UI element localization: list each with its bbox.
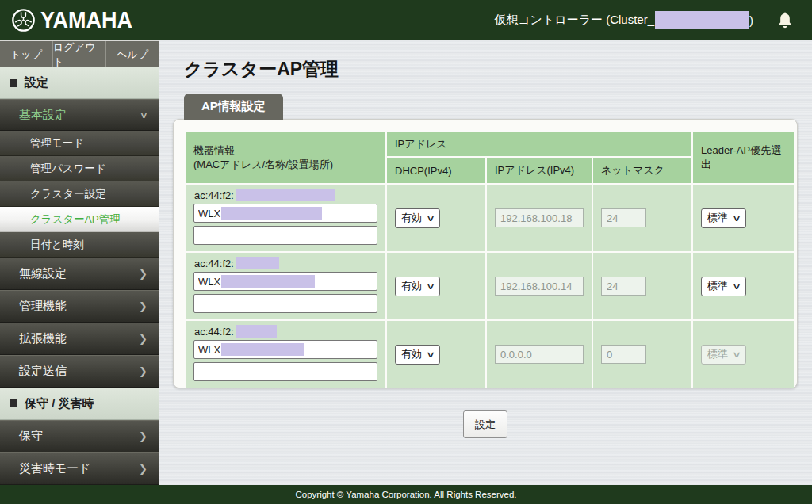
- ap-location-input[interactable]: [193, 362, 377, 381]
- controller-label-suffix: ): [749, 13, 753, 27]
- top-bar: YAMAHA 仮想コントローラー (Cluster_): [0, 0, 812, 40]
- col-header-ip: IPアドレス(IPv4): [487, 158, 592, 183]
- netmask-cell: [593, 321, 691, 388]
- main-content: クラスターAP管理 AP情報設定 機器情報 (MACアドレス/名称/設置場所) …: [159, 40, 812, 485]
- sidebar-item-date-time[interactable]: 日付と時刻: [0, 232, 159, 258]
- dhcp-cell: 有効 ∨: [387, 185, 485, 251]
- chevron-right-icon: ❯: [139, 333, 147, 345]
- sidebar-item-management-functions[interactable]: 管理機能 ❯: [0, 290, 159, 323]
- select-arrow-icon: ∨: [426, 349, 435, 360]
- controller-label: 仮想コントローラー (Cluster_: [494, 13, 654, 28]
- chevron-right-icon: ❯: [139, 463, 147, 475]
- mac-address: ac:44:f2:: [194, 257, 377, 269]
- ap-settings-panel: 機器情報 (MACアドレス/名称/設置場所) IPアドレス Leader-AP優…: [173, 119, 798, 388]
- page-title: クラスターAP管理: [184, 57, 339, 82]
- mac-redaction: [236, 189, 335, 201]
- netmask-input: [601, 345, 646, 364]
- section-header-maintenance: 保守 / 災害時: [0, 388, 159, 420]
- dhcp-select[interactable]: 有効 ∨: [395, 277, 440, 296]
- mac-address: ac:44:f2:: [194, 189, 377, 201]
- dhcp-cell: 有効 ∨: [387, 321, 485, 388]
- ap-location-input[interactable]: [193, 294, 377, 313]
- sidebar-item-wireless-settings[interactable]: 無線設定 ❯: [0, 258, 159, 290]
- col-header-leader-ap: Leader-AP優先選出: [693, 132, 794, 183]
- chevron-right-icon: ❯: [139, 365, 147, 377]
- notification-bell-icon[interactable]: [777, 11, 793, 29]
- sidebar-item-admin-password[interactable]: 管理パスワード: [0, 156, 159, 181]
- name-redaction: [221, 275, 315, 288]
- leader-cell: 標準 ∨: [693, 185, 794, 251]
- sidebar-item-basic-settings[interactable]: 基本設定 ∨: [0, 99, 159, 131]
- dhcp-select[interactable]: 有効 ∨: [395, 208, 440, 228]
- netmask-cell: [593, 185, 691, 251]
- netmask-input: [601, 277, 646, 296]
- ap-location-input[interactable]: [193, 226, 377, 245]
- netmask-input: [601, 208, 646, 227]
- sidebar-item-config-send[interactable]: 設定送信 ❯: [0, 355, 159, 388]
- leader-priority-select-disabled: 標準 ∨: [701, 345, 746, 365]
- mac-redaction: [236, 257, 279, 269]
- device-info-cell: ac:44:f2:: [186, 321, 385, 388]
- ip-cell: [487, 321, 592, 388]
- name-redaction: [221, 343, 304, 356]
- select-arrow-icon: ∨: [732, 213, 741, 223]
- sidebar: トップ ログアウト ヘルプ 設定 基本設定 ∨ 管理モード 管理パスワード クラ…: [0, 40, 159, 485]
- sidebar-tabs: トップ ログアウト ヘルプ: [0, 40, 159, 67]
- sidebar-item-management-mode[interactable]: 管理モード: [0, 131, 159, 156]
- col-header-device-info: 機器情報 (MACアドレス/名称/設置場所): [186, 132, 385, 183]
- col-header-netmask: ネットマスク: [593, 158, 691, 183]
- select-arrow-icon: ∨: [732, 349, 741, 360]
- dhcp-select[interactable]: 有効 ∨: [395, 345, 440, 365]
- tab-ap-info-settings[interactable]: AP情報設定: [184, 94, 283, 120]
- brand-name: YAMAHA: [40, 6, 132, 32]
- col-header-ip-group: IPアドレス: [387, 132, 691, 156]
- sidebar-tab-logout[interactable]: ログアウト: [52, 41, 105, 67]
- netmask-cell: [593, 253, 691, 319]
- dhcp-cell: 有効 ∨: [387, 253, 485, 319]
- sidebar-item-cluster-settings[interactable]: クラスター設定: [0, 181, 159, 207]
- section-header-settings: 設定: [0, 67, 159, 99]
- col-header-dhcp: DHCP(IPv4): [387, 158, 485, 183]
- device-info-cell: ac:44:f2:: [186, 253, 385, 319]
- table-row: ac:44:f2: 有効 ∨: [186, 185, 794, 251]
- leader-cell: 標準 ∨: [693, 321, 794, 388]
- mac-address: ac:44:f2:: [194, 325, 377, 338]
- sidebar-item-disaster-mode[interactable]: 災害時モード ❯: [0, 452, 159, 485]
- cluster-name-redaction: [655, 11, 749, 29]
- chevron-right-icon: ❯: [139, 430, 147, 442]
- sidebar-item-maintenance[interactable]: 保守 ❯: [0, 420, 159, 452]
- ip-address-input: [495, 345, 584, 364]
- leader-cell: 標準 ∨: [693, 253, 794, 319]
- submit-settings-button[interactable]: 設定: [463, 410, 508, 438]
- sidebar-tab-top[interactable]: トップ: [0, 41, 52, 67]
- name-redaction: [221, 207, 322, 220]
- footer: Copyright © Yamaha Corporation. All Righ…: [0, 485, 812, 504]
- square-bullet-icon: [10, 399, 17, 407]
- chevron-right-icon: ❯: [139, 300, 147, 312]
- yamaha-tuning-fork-icon: [11, 8, 36, 32]
- table-row: ac:44:f2: 有効 ∨: [186, 253, 794, 319]
- select-arrow-icon: ∨: [426, 281, 435, 292]
- sidebar-item-cluster-ap-management[interactable]: クラスターAP管理: [0, 207, 159, 232]
- device-info-cell: ac:44:f2:: [186, 185, 385, 251]
- select-arrow-icon: ∨: [426, 213, 435, 223]
- sidebar-tab-help[interactable]: ヘルプ: [105, 41, 159, 67]
- ip-cell: [487, 185, 592, 251]
- ip-cell: [487, 253, 592, 319]
- table-row: ac:44:f2: 有効 ∨: [186, 321, 794, 388]
- select-arrow-icon: ∨: [732, 281, 741, 292]
- yamaha-logo: YAMAHA: [11, 8, 132, 32]
- chevron-down-icon: ∨: [139, 109, 148, 120]
- ip-address-input: [495, 277, 584, 296]
- copyright-text: Copyright © Yamaha Corporation. All Righ…: [295, 490, 516, 499]
- leader-priority-select[interactable]: 標準 ∨: [701, 277, 746, 296]
- ap-table: 機器情報 (MACアドレス/名称/設置場所) IPアドレス Leader-AP優…: [184, 131, 795, 389]
- leader-priority-select[interactable]: 標準 ∨: [701, 208, 746, 228]
- mac-redaction: [236, 325, 277, 338]
- square-bullet-icon: [10, 79, 17, 87]
- sidebar-item-extended-functions[interactable]: 拡張機能 ❯: [0, 323, 159, 355]
- ip-address-input: [495, 208, 584, 227]
- chevron-right-icon: ❯: [139, 268, 147, 280]
